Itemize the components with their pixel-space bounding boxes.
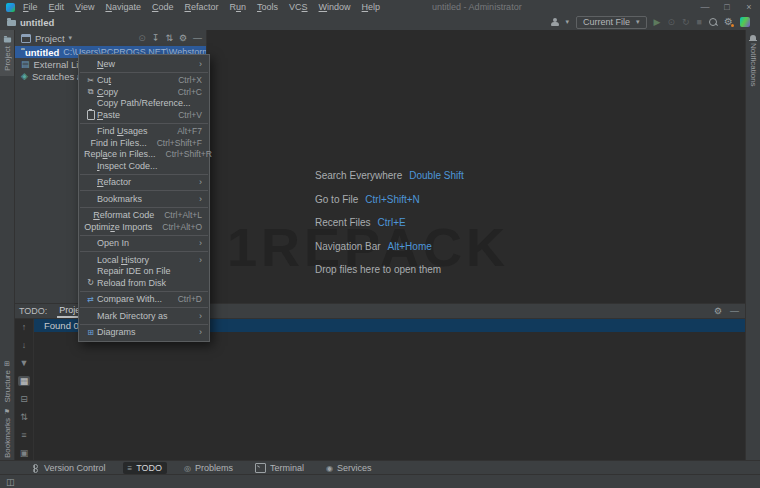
- menu-item-repair-ide[interactable]: Repair IDE on File: [79, 266, 209, 278]
- submenu-arrow-icon: ›: [199, 194, 202, 204]
- run-icon[interactable]: ▶: [654, 17, 661, 27]
- project-view-selector[interactable]: Project: [35, 33, 65, 44]
- menu-item-compare-with[interactable]: ⇄ Compare With... Ctrl+D: [79, 294, 209, 306]
- menu-separator: [80, 207, 208, 208]
- project-icon: [3, 38, 10, 43]
- stripe-tab-bookmarks[interactable]: ⚑ Bookmarks: [0, 403, 14, 463]
- context-menu: New › ✂ Cut Ctrl+X ⧉ Copy Ctrl+C Copy Pa…: [78, 54, 210, 342]
- menu-separator: [80, 251, 208, 252]
- submenu-arrow-icon: ›: [199, 177, 202, 187]
- menu-vcs[interactable]: VCS: [289, 2, 308, 12]
- menu-separator: [80, 235, 208, 236]
- menu-separator: [80, 72, 208, 73]
- tree-item-name: untitled: [25, 47, 59, 58]
- menu-help[interactable]: Help: [362, 2, 381, 12]
- menu-item-inspect-code[interactable]: Inspect Code...: [79, 160, 209, 172]
- toolwindow-todo[interactable]: ≡ TODO: [123, 462, 168, 474]
- menu-separator: [80, 190, 208, 191]
- hint-drop-files: Drop files here to open them: [315, 264, 464, 275]
- gear-icon[interactable]: ⚙: [179, 33, 187, 43]
- menu-edit[interactable]: Edit: [49, 2, 65, 12]
- settings-gear-icon[interactable]: ⚙: [724, 17, 733, 27]
- submenu-arrow-icon: ›: [199, 59, 202, 69]
- menu-file[interactable]: File: [23, 2, 38, 12]
- hide-panel-icon[interactable]: —: [730, 306, 739, 316]
- search-icon[interactable]: [709, 18, 717, 26]
- problems-icon: ◎: [184, 464, 191, 473]
- scratches-icon: ◈: [21, 72, 28, 81]
- toolwindow-services[interactable]: ◉ Services: [321, 462, 377, 474]
- chevron-down-icon: ▾: [69, 34, 73, 42]
- menu-item-mark-directory-as[interactable]: Mark Directory as ›: [79, 310, 209, 322]
- stripe-tab-notifications[interactable]: Notifications: [746, 30, 760, 92]
- hint-recent-files: Recent Files Ctrl+E: [315, 217, 464, 228]
- toolwindow-terminal[interactable]: Terminal: [250, 462, 309, 474]
- todo-panel-label: TODO:: [19, 306, 47, 316]
- menu-item-find-in-files[interactable]: Find in Files... Ctrl+Shift+F: [79, 137, 209, 149]
- menu-item-diagrams[interactable]: ⊞ Diagrams ›: [79, 327, 209, 339]
- window-controls: — □ ×: [694, 0, 760, 14]
- menu-run[interactable]: Run: [229, 2, 246, 12]
- menu-refactor[interactable]: Refactor: [184, 2, 218, 12]
- menu-item-paste[interactable]: Paste Ctrl+V: [79, 109, 209, 121]
- expand-collapse-icon[interactable]: ⇅: [165, 33, 173, 43]
- breadcrumb[interactable]: untitled: [0, 17, 54, 28]
- menu-item-bookmarks[interactable]: Bookmarks ›: [79, 193, 209, 205]
- locate-file-icon[interactable]: ⊙: [138, 33, 146, 43]
- menu-navigate[interactable]: Navigate: [105, 2, 141, 12]
- menu-item-open-in[interactable]: Open In ›: [79, 238, 209, 250]
- tool-window-switcher-icon[interactable]: ◫: [6, 477, 15, 487]
- gear-icon[interactable]: ⚙: [714, 306, 722, 316]
- stripe-tab-project[interactable]: Project: [0, 30, 14, 76]
- menu-item-find-usages[interactable]: Find Usages Alt+F7: [79, 126, 209, 138]
- run-config-dropdown[interactable]: Current File ▾: [576, 16, 647, 29]
- menu-window[interactable]: Window: [319, 2, 351, 12]
- jetbrains-gradient-icon[interactable]: [740, 17, 750, 27]
- folder-icon: [7, 20, 16, 26]
- menu-item-cut[interactable]: ✂ Cut Ctrl+X: [79, 75, 209, 87]
- maximize-button[interactable]: □: [716, 0, 738, 14]
- menu-item-local-history[interactable]: Local History ›: [79, 254, 209, 266]
- preview-icon[interactable]: ▦: [18, 376, 31, 386]
- collapse-all-icon[interactable]: ⊟: [20, 394, 28, 404]
- menu-item-replace-in-files[interactable]: Replace in Files... Ctrl+Shift+R: [79, 149, 209, 161]
- sort-icon[interactable]: ⇅: [20, 412, 28, 422]
- pin-icon[interactable]: ▣: [20, 448, 29, 458]
- menu-item-reload-from-disk[interactable]: ↻ Reload from Disk: [79, 277, 209, 289]
- previous-icon[interactable]: ↑: [22, 322, 27, 332]
- submenu-arrow-icon: ›: [199, 311, 202, 321]
- minimize-button[interactable]: —: [694, 0, 716, 14]
- menu-item-copy-path[interactable]: Copy Path/Reference...: [79, 98, 209, 110]
- submenu-arrow-icon: ›: [199, 238, 202, 248]
- status-bar: ◫: [0, 474, 760, 488]
- stripe-tab-structure[interactable]: ⊞ Structure: [0, 355, 14, 407]
- run-config-label: Current File: [583, 17, 630, 27]
- stripe-label: Notifications: [749, 43, 758, 87]
- menu-view[interactable]: View: [75, 2, 94, 12]
- user-account-icon[interactable]: [551, 18, 559, 26]
- menu-item-copy[interactable]: ⧉ Copy Ctrl+C: [79, 86, 209, 98]
- stop-icon[interactable]: ■: [697, 17, 702, 27]
- copy-icon: ⧉: [84, 87, 97, 97]
- refresh-icon: ↻: [84, 278, 97, 287]
- ide-window: File Edit View Navigate Code Refactor Ru…: [0, 0, 760, 488]
- menu-item-reformat-code[interactable]: Reformat Code Ctrl+Alt+L: [79, 210, 209, 222]
- close-button[interactable]: ×: [738, 0, 760, 14]
- menu-separator: [80, 174, 208, 175]
- profiler-icon[interactable]: ⊙: [668, 17, 676, 27]
- toolwindow-version-control[interactable]: Version Control: [28, 462, 111, 474]
- scroll-to-source-icon[interactable]: ↧: [152, 33, 160, 43]
- menu-item-new[interactable]: New ›: [79, 58, 209, 70]
- coverage-icon[interactable]: ↻: [682, 17, 690, 27]
- menu-tools[interactable]: Tools: [257, 2, 278, 12]
- toolwindow-problems[interactable]: ◎ Problems: [179, 462, 238, 474]
- bookmark-icon: ⚑: [4, 408, 10, 415]
- group-by-icon[interactable]: ≡: [21, 430, 26, 440]
- hide-panel-icon[interactable]: —: [193, 33, 202, 43]
- next-icon[interactable]: ↓: [22, 340, 27, 350]
- filter-icon[interactable]: ▼: [20, 358, 29, 368]
- menu-item-refactor[interactable]: Refactor ›: [79, 177, 209, 189]
- menu-item-optimize-imports[interactable]: Optimize Imports Ctrl+Alt+O: [79, 221, 209, 233]
- menu-code[interactable]: Code: [152, 2, 174, 12]
- app-logo-icon: [6, 3, 15, 12]
